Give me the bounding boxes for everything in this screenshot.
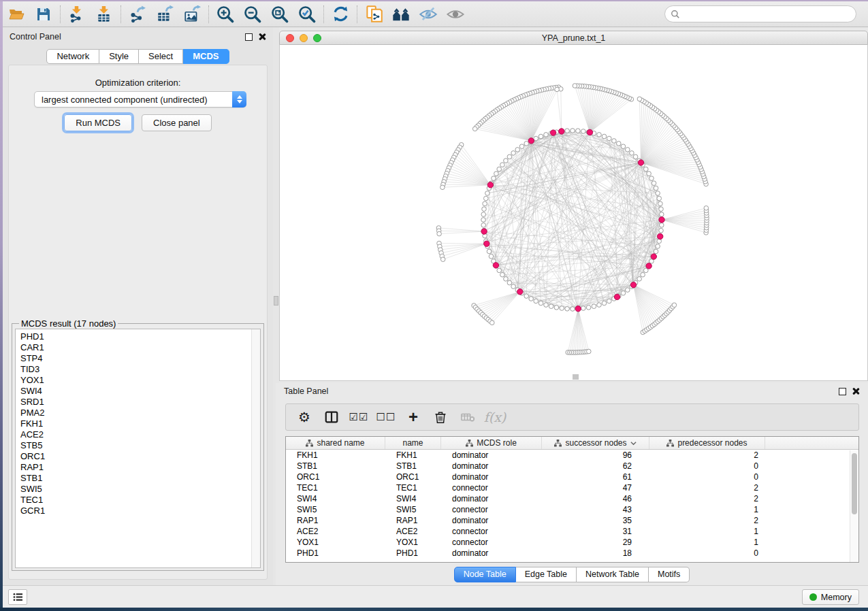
network-node[interactable] [656,191,660,196]
export-network-icon[interactable] [124,3,151,26]
zoom-out-icon[interactable] [239,3,266,26]
first-neighbors-icon[interactable] [387,3,415,26]
mcds-result-item[interactable]: TID3 [20,364,260,375]
mcds-result-item[interactable]: YOX1 [20,375,260,386]
table-row[interactable]: SWI4SWI4dominator462 [286,493,858,504]
network-node[interactable] [507,154,512,159]
save-icon[interactable] [30,3,57,26]
splitter-handle[interactable] [274,296,278,306]
column-header-predecessor-nodes[interactable]: predecessor nodes [649,437,765,449]
zoom-fit-icon[interactable] [266,3,293,26]
network-node[interactable] [481,223,486,228]
network-node[interactable] [544,133,549,137]
network-node[interactable] [500,163,505,167]
mcds-result-item[interactable]: STP4 [20,353,260,364]
network-node[interactable] [659,229,664,233]
network-node[interactable] [524,142,529,146]
hide-selected-icon[interactable] [415,3,442,26]
tab-mcds[interactable]: MCDS [183,49,229,64]
network-node[interactable] [511,284,516,289]
network-node[interactable] [549,304,553,309]
run-mcds-button[interactable]: Run MCDS [64,114,132,131]
network-node[interactable] [621,144,626,149]
table-row[interactable]: YOX1YOX1connector291 [286,537,858,548]
network-node[interactable] [485,191,490,196]
network-node[interactable] [656,244,660,249]
mcds-hub-node[interactable] [646,263,652,269]
mcds-hub-node[interactable] [658,233,663,239]
mcds-hub-node[interactable] [493,263,498,268]
clone-network-icon[interactable] [360,3,387,26]
network-node[interactable] [626,288,630,293]
export-table-icon[interactable] [151,3,178,26]
network-node[interactable] [704,206,709,211]
tab-node-table[interactable]: Node Table [454,567,516,582]
network-node[interactable] [573,84,577,88]
network-node[interactable] [602,134,607,139]
mcds-result-item[interactable]: RAP1 [20,462,260,473]
mcds-result-item[interactable]: GCR1 [20,506,260,516]
tab-select[interactable]: Select [139,49,183,64]
mcds-hub-node[interactable] [487,182,493,188]
table-settings-icon[interactable]: ⚙ [293,406,316,428]
network-node[interactable] [630,151,634,156]
refresh-icon[interactable] [327,3,354,26]
network-node[interactable] [524,294,529,299]
tab-edge-table[interactable]: Edge Table [516,567,577,582]
network-node[interactable] [534,136,539,141]
mcds-hub-node[interactable] [651,254,656,259]
network-node[interactable] [652,181,656,186]
network-node[interactable] [437,231,442,236]
column-header-successor-nodes[interactable]: successor nodes [542,437,649,449]
network-node[interactable] [659,207,664,212]
network-node[interactable] [529,297,534,301]
scrollbar-thumb[interactable] [852,453,857,514]
export-image-icon[interactable] [178,3,206,26]
network-node[interactable] [484,196,489,201]
column-header-shared-name[interactable]: shared name [286,437,385,449]
network-node[interactable] [581,129,586,134]
close-panel-button[interactable]: Close panel [142,114,212,131]
network-node[interactable] [515,148,520,152]
mcds-hub-node[interactable] [517,289,523,295]
mcds-result-list[interactable]: PHD1CAR1STP4TID3YOX1SWI4SRD1PMA2FKH1ACE2… [15,329,261,568]
mcds-result-item[interactable]: SWI5 [20,484,260,495]
mcds-result-item[interactable]: ORC1 [20,451,260,462]
network-node[interactable] [511,151,516,156]
network-node[interactable] [519,144,524,149]
network-node[interactable] [660,212,664,217]
table-row[interactable]: STB1STB1dominator620 [286,461,858,472]
network-node[interactable] [472,127,477,131]
optimization-criterion-dropdown[interactable]: largest connected component (undirected) [34,91,246,108]
network-node[interactable] [672,303,677,308]
network-node[interactable] [581,306,586,311]
network-node[interactable] [483,201,487,206]
mcds-result-item[interactable]: CAR1 [20,342,260,353]
network-node[interactable] [507,280,512,285]
network-node[interactable] [602,301,607,306]
network-node[interactable] [494,171,499,176]
mcds-result-item[interactable]: PHD1 [20,331,260,342]
table-vertical-scrollbar[interactable] [850,450,858,562]
mcds-result-item[interactable]: PMA2 [20,408,260,418]
network-node[interactable] [621,291,626,296]
memory-button[interactable]: Memory [802,589,859,605]
close-table-panel-icon[interactable] [852,387,860,395]
import-network-icon[interactable] [63,3,91,26]
mcds-hub-node[interactable] [659,217,664,222]
network-node[interactable] [555,87,560,92]
network-node[interactable] [657,196,662,201]
show-panels-list-button[interactable] [8,589,27,605]
network-node[interactable] [487,249,492,254]
network-node[interactable] [654,249,658,254]
network-node[interactable] [481,218,486,222]
table-row[interactable]: RAP1RAP1dominator352 [286,515,858,526]
network-node[interactable] [554,306,559,310]
mcds-result-item[interactable]: STB5 [20,440,260,451]
network-node[interactable] [481,212,486,217]
float-panel-icon[interactable] [245,33,253,41]
mcds-hub-node[interactable] [575,306,581,312]
mcds-hub-node[interactable] [614,294,620,299]
zoom-in-icon[interactable] [212,3,239,26]
network-node[interactable] [647,171,652,176]
